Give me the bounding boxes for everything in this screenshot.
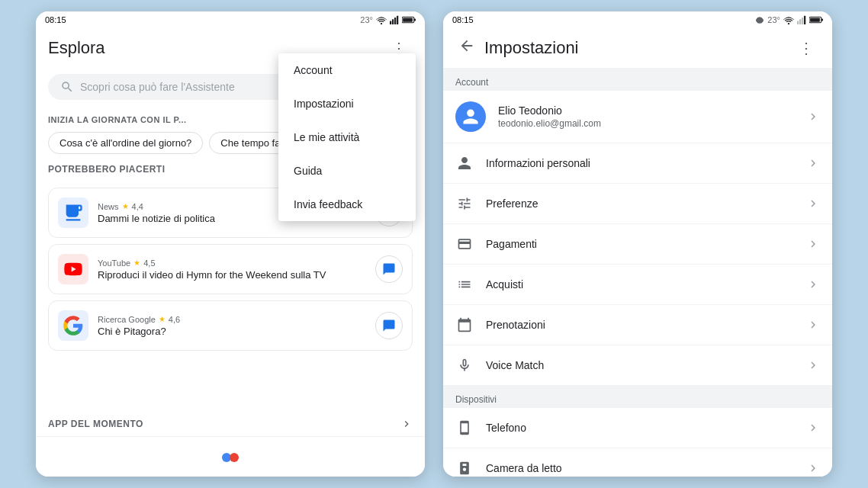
temp-right: 23° <box>767 15 780 24</box>
card-action-google[interactable] <box>375 312 403 339</box>
svg-point-10 <box>230 453 239 462</box>
svg-rect-3 <box>394 18 396 24</box>
acquisti-content: Acquisti <box>486 278 794 291</box>
app-title-left: Esplora <box>48 38 105 58</box>
svg-point-0 <box>381 23 382 24</box>
battery-icon-left <box>402 16 416 24</box>
menu-button-right[interactable]: ⋮ <box>792 34 820 62</box>
settings-camera[interactable]: Camera da letto <box>443 448 832 477</box>
status-icons-left: 23° <box>360 15 416 24</box>
speaker-icon <box>455 459 474 477</box>
chevron-profile <box>806 110 820 124</box>
person-icon <box>455 154 474 172</box>
section-title-app: APP DEL MOMENTO <box>48 419 143 429</box>
profile-email: teodonio.elio@gmail.com <box>498 118 794 129</box>
card-app-name-google: Ricerca Google ★ 4,6 <box>98 315 366 324</box>
svg-rect-2 <box>392 19 394 24</box>
voice-match-title: Voice Match <box>486 359 794 371</box>
svg-rect-14 <box>802 18 803 24</box>
telefono-content: Telefono <box>486 422 794 434</box>
settings-profile-item[interactable]: Elio Teodonio teodonio.elio@gmail.com <box>443 91 832 143</box>
svg-rect-7 <box>414 19 416 21</box>
card-icon-news <box>58 197 88 228</box>
signal-icon <box>390 15 399 24</box>
svg-rect-18 <box>821 19 823 21</box>
chevron-telefono <box>806 421 820 435</box>
svg-point-11 <box>788 23 789 24</box>
svg-rect-12 <box>797 21 799 25</box>
svg-rect-1 <box>390 21 391 25</box>
star-icon-youtube: ★ <box>133 258 140 267</box>
chevron-preferenze <box>806 197 820 210</box>
settings-card-dispositivi: Telefono Camera da letto <box>443 408 832 477</box>
time-right: 08:15 <box>452 15 474 24</box>
tune-icon <box>455 194 474 213</box>
card-action-youtube[interactable] <box>375 255 403 283</box>
settings-acquisti[interactable]: Acquisti <box>443 265 832 305</box>
settings-voice-match[interactable]: Voice Match <box>443 345 832 385</box>
personal-info-content: Informazioni personali <box>486 157 794 169</box>
chevron-camera <box>806 461 820 475</box>
dropdown-account[interactable]: Account <box>278 53 416 87</box>
personal-info-title: Informazioni personali <box>486 157 794 169</box>
mic-icon <box>455 356 474 374</box>
wifi-icon-right <box>783 16 794 24</box>
star-icon-google: ★ <box>159 315 166 323</box>
account-avatar <box>455 101 486 132</box>
list-icon <box>455 275 474 294</box>
app-bar-right: Impostazioni ⋮ <box>443 28 832 68</box>
card-google[interactable]: Ricerca Google ★ 4,6 Chi è Pitagora? <box>48 300 413 351</box>
dropdown-feedback[interactable]: Invia feedback <box>278 188 416 221</box>
card-content-google: Ricerca Google ★ 4,6 Chi è Pitagora? <box>98 315 366 337</box>
time-left: 08:15 <box>45 15 66 24</box>
card-title-youtube: Riproduci il video di Hymn for the Weeke… <box>98 269 366 281</box>
search-placeholder: Scopri cosa può fare l'Assistente <box>80 81 235 93</box>
card-youtube[interactable]: YouTube ★ 4,5 Riproduci il video di Hymn… <box>48 244 413 294</box>
settings-prenotazioni[interactable]: Prenotazioni <box>443 305 832 345</box>
battery-icon-right <box>809 16 823 24</box>
acquisti-title: Acquisti <box>486 278 794 291</box>
pagamenti-content: Pagamenti <box>486 238 794 250</box>
settings-title: Impostazioni <box>484 38 792 58</box>
temp-left: 23° <box>360 15 373 24</box>
preferenze-title: Preferenze <box>486 197 794 210</box>
settings-telefono[interactable]: Telefono <box>443 408 832 448</box>
svg-rect-17 <box>810 18 820 21</box>
chevron-personal <box>806 156 820 170</box>
dropdown-activities[interactable]: Le mie attività <box>278 120 416 154</box>
chevron-prenotazioni <box>806 318 820 332</box>
settings-preferenze[interactable]: Preferenze <box>443 184 832 224</box>
settings-pagamenti[interactable]: Pagamenti <box>443 224 832 265</box>
settings-header-account: Account <box>443 68 832 91</box>
profile-name: Elio Teodonio <box>498 104 794 117</box>
camera-title: Camera da letto <box>486 462 794 474</box>
camera-content: Camera da letto <box>486 462 794 474</box>
chevron-right-icon-app <box>400 418 413 430</box>
chevron-acquisti <box>806 278 820 291</box>
card-icon-google <box>58 310 88 341</box>
signal-icon-right <box>797 15 806 24</box>
bottom-bar-left <box>36 436 425 477</box>
settings-header-dispositivi: Dispositivi <box>443 385 832 408</box>
dropdown-settings[interactable]: Impostazioni <box>278 87 416 120</box>
status-bar-left: 08:15 23° <box>36 11 425 28</box>
svg-rect-15 <box>804 16 805 24</box>
prenotazioni-title: Prenotazioni <box>486 319 794 331</box>
right-phone-panel: 08:15 23° <box>443 11 832 477</box>
left-phone-panel: 08:15 23° Esplora ⋮ <box>36 11 425 477</box>
credit-card-icon <box>455 235 474 253</box>
chip-0[interactable]: Cosa c'è all'ordine del giorno? <box>48 132 203 154</box>
section-title-piacerti: POTREBBERO PIACERTI <box>48 164 166 175</box>
back-button[interactable] <box>455 34 478 62</box>
settings-card-account: Elio Teodonio teodonio.elio@gmail.com In… <box>443 91 832 385</box>
card-content-youtube: YouTube ★ 4,5 Riproduci il video di Hymn… <box>98 258 366 281</box>
google-assistant-logo <box>217 443 244 470</box>
card-app-name-youtube: YouTube ★ 4,5 <box>98 258 366 268</box>
settings-personal-info[interactable]: Informazioni personali <box>443 143 832 184</box>
camera-icon <box>755 15 764 24</box>
svg-rect-13 <box>799 19 801 24</box>
chevron-voice <box>806 358 820 372</box>
phone-icon <box>455 419 474 437</box>
search-icon <box>60 80 74 94</box>
dropdown-guide[interactable]: Guida <box>278 154 416 188</box>
